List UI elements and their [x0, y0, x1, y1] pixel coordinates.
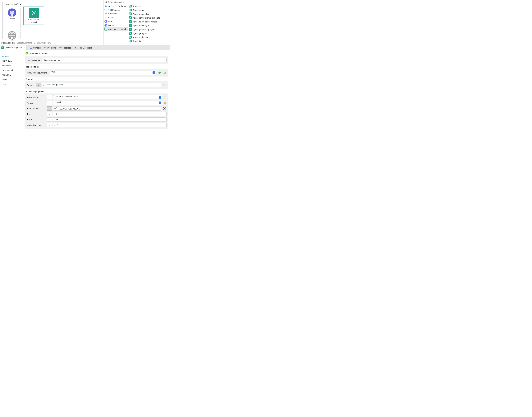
palette-category-http[interactable]: HTTP [104, 23, 128, 27]
topp-input[interactable] [53, 112, 167, 116]
palette-operation-agent-get-by-name[interactable]: Agent get by name [128, 35, 170, 39]
tab-mule-debugger[interactable]: Mule Debugger [73, 45, 94, 50]
prompt-label: Prompt: [26, 84, 36, 86]
listener-badge-icon: ⇄ [11, 38, 13, 41]
palette-operation-agent-chat[interactable]: Agent chat [128, 4, 170, 8]
listener-node[interactable]: ⇄ Listener [5, 9, 19, 20]
dropdown-caret-icon[interactable]: ⌄ [159, 96, 161, 99]
palette-operation-label: Agent get by name [133, 36, 150, 38]
tab-global-elements[interactable]: Global Elements [17, 42, 32, 44]
palette-operation-agent-delete-by-id[interactable]: Agent delete by id [128, 24, 170, 27]
sidebar-item-general[interactable]: General [0, 54, 23, 59]
region-label: Region: [26, 102, 47, 104]
tab-progress[interactable]: Progress [58, 45, 73, 50]
dropdown-caret-icon[interactable]: ⌄ [152, 71, 155, 74]
console-icon [30, 46, 32, 49]
flow-container[interactable]: ▼ aws-bedrockFlow [2, 2, 46, 39]
palette-operation-label: Agent list [133, 40, 141, 42]
chat-answer-prompt-node[interactable]: Chat answer prompt [23, 7, 44, 25]
sidebar-item-mime-type[interactable]: MIME Type [0, 59, 23, 63]
tab-message-flow[interactable]: Message Flow [1, 42, 15, 44]
maxtok-label: Max token count: [26, 124, 47, 126]
palette-operation-label: Agent define prompt template [133, 17, 160, 19]
palette-operation-list: Agent chatAgent createAgent create alias… [128, 4, 170, 45]
svg-rect-69 [159, 73, 161, 73]
tab-label: Problems [47, 47, 56, 49]
palette-operation-agent-create[interactable]: Agent create [128, 8, 170, 12]
close-tab-icon[interactable]: ✕ [23, 47, 25, 49]
sidebar-item-error-mapping[interactable]: Error Mapping [0, 68, 23, 73]
temperature-label: Temperature: [26, 107, 47, 110]
palette-operation-agent-get-by-id[interactable]: Agent get by id [128, 31, 170, 35]
collapse-triangle-icon[interactable]: ▼ [3, 3, 5, 5]
palette-category-core[interactable]: Core [104, 16, 128, 20]
topk-label: Top k: [26, 118, 47, 121]
palette-operation-agent-delete-agent-aliases[interactable]: Agent delete agent aliases [128, 20, 170, 24]
bedrock-icon [129, 36, 132, 39]
fx-toggle-button[interactable]: ƒx [47, 95, 52, 99]
fx-toggle-button[interactable]: ƒx [47, 123, 52, 127]
palette-category-label: HTTP [108, 24, 114, 26]
tab-chat-answer-prompt[interactable]: Chat answer prompt ✕ [0, 45, 26, 50]
palette-search-input[interactable] [108, 1, 169, 3]
fx-toggle-button[interactable]: ƒx [47, 117, 52, 122]
ghost-listener-node[interactable]: ⇄ [5, 31, 19, 40]
fx-toggle-button[interactable]: ƒx [47, 101, 52, 105]
palette-operation-agent-define-prompt-template[interactable]: Agent define prompt template [128, 16, 170, 20]
palette-category-favorites[interactable]: ★Favorites [104, 12, 128, 16]
prompt-input[interactable]: #[ payload.prompt ] [42, 83, 161, 87]
flow-canvas[interactable]: ▼ aws-bedrockFlow [0, 0, 103, 41]
palette-category-label: File [108, 20, 112, 23]
bedrock-icon [129, 32, 132, 35]
palette-operation-agent-list[interactable]: Agent list [128, 39, 170, 43]
palette-category-mac-aws-bedrock[interactable]: MAC AWS Bedrock [104, 27, 128, 31]
model-name-label: Model name: [26, 96, 47, 99]
fx-toggle-button[interactable]: ƒx [47, 106, 52, 111]
tab-problems[interactable]: !Problems [42, 45, 58, 50]
palette-operation-agent-create-alias[interactable]: Agent create alias [128, 12, 170, 16]
refresh-button[interactable] [163, 96, 167, 99]
palette-operation-label: Agent delete by id [133, 24, 149, 27]
region-select[interactable]: us-east-1 ⌄ [53, 101, 162, 105]
svg-rect-63 [45, 47, 46, 48]
maxtok-input[interactable] [53, 123, 167, 127]
module-config-select[interactable]: AWS ⌄ [50, 71, 156, 75]
sidebar-item-advanced[interactable]: Advanced [0, 63, 23, 68]
refresh-button[interactable] [163, 101, 167, 104]
palette-category-file[interactable]: File [104, 20, 128, 23]
add-config-button[interactable] [158, 71, 161, 74]
svg-rect-66 [60, 47, 61, 48]
palette-category-label: Add Modules [108, 9, 120, 11]
palette-operation-label: Agent create alias [133, 13, 149, 15]
edit-config-button[interactable] [163, 71, 167, 74]
topk-input[interactable] [53, 117, 167, 122]
dropdown-caret-icon[interactable]: ⌄ [159, 102, 161, 104]
sidebar-item-metadata[interactable]: Metadata [0, 73, 23, 77]
fx-toggle-button[interactable]: ƒx [36, 83, 41, 87]
expand-expression-button[interactable] [162, 83, 167, 87]
expr-payload: payload [47, 84, 55, 86]
bedrock-icon [104, 28, 107, 31]
tab-console[interactable]: Console [28, 45, 42, 50]
flow-title[interactable]: ▼ aws-bedrockFlow [3, 2, 46, 6]
sidebar-item-help[interactable]: Help [0, 82, 23, 86]
expr-open-bracket: #[ [54, 107, 57, 110]
display-name-label: Display Name: [26, 59, 41, 62]
svg-text:!: ! [45, 47, 45, 48]
expr-open-bracket: #[ [43, 84, 46, 86]
bedrock-icon [129, 40, 132, 42]
palette-operation-agent-get-alias-by-agent-id[interactable]: Agent get alias by agent id [128, 27, 170, 31]
tab-configuration-xml[interactable]: Configuration XML [34, 42, 51, 44]
bedrock-icon [129, 28, 132, 31]
expand-expression-button[interactable] [162, 106, 167, 111]
palette-category-search-in-exchange-[interactable]: Search in Exchange.. [104, 4, 128, 8]
palette-category-add-modules[interactable]: +Add Modules [104, 8, 128, 12]
fx-toggle-button[interactable]: ƒx [47, 112, 52, 116]
temperature-input[interactable]: #[ payload.temperature ] [53, 106, 161, 111]
svg-point-8 [105, 1, 106, 2]
sidebar-item-notes[interactable]: Notes [0, 77, 23, 82]
palette-operation-label: Agent delete agent aliases [133, 21, 157, 23]
bedrock-icon [129, 9, 132, 11]
display-name-input[interactable] [41, 58, 167, 63]
model-name-select[interactable]: amazon.titan-text-express-v1 ⌄ [53, 95, 162, 99]
